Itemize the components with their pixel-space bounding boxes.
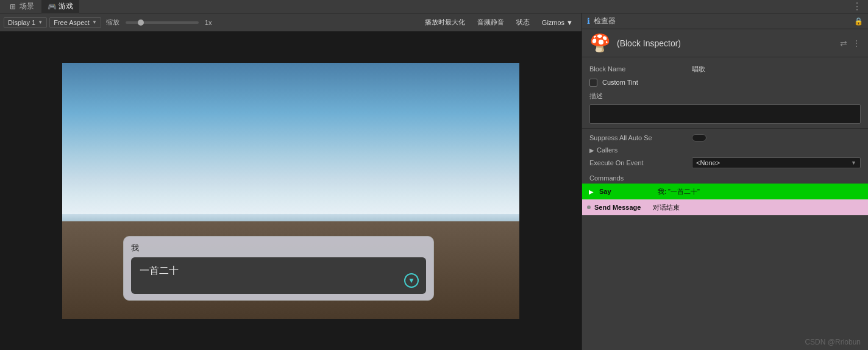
block-name-row: Block Name 唱歌: [582, 62, 868, 76]
execute-select[interactable]: <None> ▼: [692, 157, 861, 168]
dialog-arrow[interactable]: ▼: [404, 273, 419, 288]
callers-row[interactable]: ▶ Callers: [582, 145, 868, 155]
game-viewport: 我 一首二十 ▼: [0, 32, 582, 350]
info-icon: ℹ: [587, 16, 590, 26]
tab-game[interactable]: 🎮 游戏: [41, 0, 79, 13]
commands-header: Commands: [582, 173, 868, 184]
desc-input-row: [582, 102, 868, 126]
execute-arrow-icon: ▼: [851, 160, 856, 166]
zoom-value: 1x: [205, 19, 212, 26]
inspector-title-actions: ⇄ ⋮: [840, 38, 861, 48]
state-button[interactable]: 状态: [511, 16, 535, 28]
display-label: Display 1: [8, 19, 35, 26]
aspect-arrow-icon: ▼: [92, 20, 97, 25]
suppress-label: Suppress All Auto Se: [589, 134, 687, 141]
dialog-speaker: 我: [131, 243, 426, 254]
callers-arrow-icon: ▶: [589, 147, 594, 154]
block-name-value: 唱歌: [692, 65, 861, 74]
command-sendmsg-value: 对话结束: [653, 203, 680, 212]
custom-tint-row: Custom Tint: [582, 76, 868, 89]
game-screen: 我 一首二十 ▼: [62, 63, 519, 319]
divider-1: [582, 128, 868, 129]
mushroom-icon: 🍄: [589, 33, 611, 53]
play-icon: ▶: [587, 187, 596, 196]
suppress-toggle[interactable]: [692, 134, 706, 141]
commands-section: Commands ▶ Say 我: "一首二十" Send Message 对话…: [582, 173, 868, 215]
aspect-select[interactable]: Free Aspect ▼: [49, 17, 101, 28]
game-toolbar: Display 1 ▼ Free Aspect ▼ 缩放 1x 播放时最大化 音…: [0, 13, 582, 32]
main-layout: Display 1 ▼ Free Aspect ▼ 缩放 1x 播放时最大化 音…: [0, 13, 868, 350]
command-say-name: Say: [599, 188, 654, 195]
inspector-panel: ℹ 检查器 🔒 🍄 (Block Inspector) ⇄ ⋮ Block Na…: [582, 13, 868, 350]
tab-game-label: 游戏: [59, 1, 73, 12]
inspector-menu-icon[interactable]: ⋮: [852, 38, 861, 48]
gizmos-arrow-icon: ▼: [566, 19, 573, 26]
inspector-title: (Block Inspector): [617, 38, 681, 48]
desc-label: 描述: [589, 91, 687, 101]
zoom-slider-thumb: [138, 20, 144, 26]
gizmos-label: Gizmos: [542, 19, 564, 26]
zoom-label: 缩放: [106, 18, 119, 27]
execute-label: Execute On Event: [589, 159, 687, 166]
inspector-arrows-icon[interactable]: ⇄: [840, 38, 847, 48]
block-name-label: Block Name: [589, 65, 687, 73]
custom-tint-label: Custom Tint: [602, 79, 861, 86]
watermark-text: CSDN @Rriobun: [805, 338, 861, 346]
command-sendmsg-name: Send Message: [594, 204, 649, 211]
lock-icon[interactable]: 🔒: [854, 17, 863, 26]
suppress-row: Suppress All Auto Se: [582, 131, 868, 145]
dot-icon: [587, 205, 591, 209]
inspector-fields: Block Name 唱歌 Custom Tint 描述 Suppress Al…: [582, 57, 868, 334]
game-panel: Display 1 ▼ Free Aspect ▼ 缩放 1x 播放时最大化 音…: [0, 13, 582, 350]
execute-row: Execute On Event <None> ▼: [582, 155, 868, 170]
mute-button[interactable]: 音频静音: [472, 16, 509, 28]
command-row-say[interactable]: ▶ Say 我: "一首二十": [582, 184, 868, 199]
sky-background: [62, 63, 519, 229]
inspector-header-label: 检查器: [594, 16, 616, 26]
gamepad-icon: 🎮: [48, 2, 56, 11]
aspect-label: Free Aspect: [54, 19, 90, 26]
watermark: CSDN @Rriobun: [582, 334, 868, 350]
dialog-box: 我 一首二十 ▼: [123, 236, 434, 301]
tab-scene[interactable]: ⊞ 场景: [2, 0, 40, 13]
display-arrow-icon: ▼: [38, 20, 43, 25]
tab-more-button[interactable]: ⋮: [848, 1, 866, 12]
execute-value: <None>: [696, 159, 720, 166]
display-select[interactable]: Display 1 ▼: [4, 17, 47, 28]
command-row-sendmsg[interactable]: Send Message 对话结束: [582, 199, 868, 215]
callers-label: Callers: [597, 146, 617, 154]
desc-row: 描述: [582, 89, 868, 102]
tab-bar: ⊞ 场景 🎮 游戏 ⋮: [0, 0, 868, 13]
tab-scene-label: 场景: [20, 1, 34, 12]
gizmos-button[interactable]: Gizmos ▼: [537, 18, 578, 27]
zoom-slider[interactable]: [126, 21, 199, 24]
dialog-text: 一首二十: [140, 265, 418, 277]
maximize-button[interactable]: 播放时最大化: [420, 16, 470, 28]
inspector-header: ℹ 检查器 🔒: [582, 13, 868, 29]
desc-textarea[interactable]: [589, 104, 861, 124]
inspector-title-row: 🍄 (Block Inspector) ⇄ ⋮: [582, 29, 868, 57]
dialog-arrow-icon: ▼: [408, 276, 415, 285]
command-say-value: 我: "一首二十": [658, 187, 700, 196]
dialog-text-area: 一首二十 ▼: [131, 257, 426, 294]
grid-icon: ⊞: [9, 2, 17, 11]
custom-tint-checkbox[interactable]: [589, 79, 597, 87]
